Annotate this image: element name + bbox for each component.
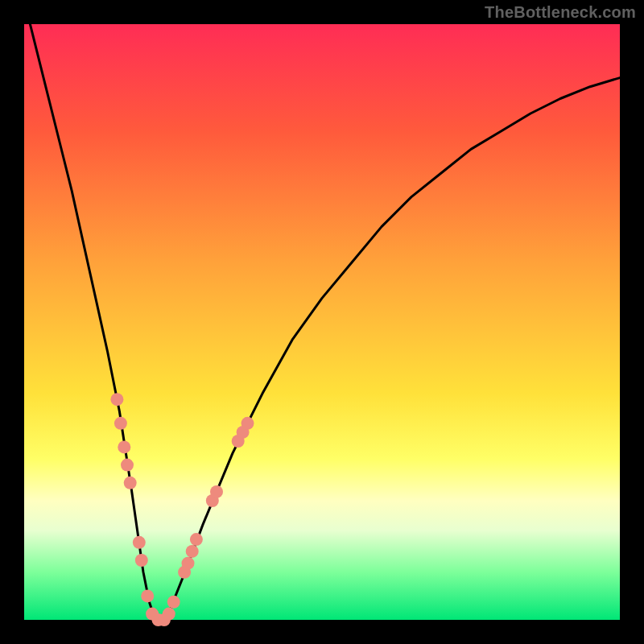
data-marker — [121, 459, 134, 472]
data-marker — [124, 477, 137, 489]
chart-frame: TheBottleneck.com — [0, 0, 644, 644]
curve-line — [24, 0, 620, 620]
data-marker — [182, 557, 195, 570]
data-marker — [114, 417, 127, 430]
data-marker — [210, 485, 223, 498]
data-marker — [133, 536, 146, 549]
plot-area — [24, 24, 620, 620]
data-marker — [167, 596, 180, 609]
data-marker — [163, 608, 175, 621]
data-marker — [135, 554, 148, 567]
data-marker — [242, 417, 254, 430]
watermark-text: TheBottleneck.com — [485, 3, 636, 22]
data-marker — [186, 545, 199, 558]
data-marker — [190, 533, 203, 546]
bottleneck-curve — [24, 24, 620, 620]
data-marker — [110, 393, 123, 406]
data-marker — [118, 440, 130, 453]
data-marker — [141, 589, 154, 602]
